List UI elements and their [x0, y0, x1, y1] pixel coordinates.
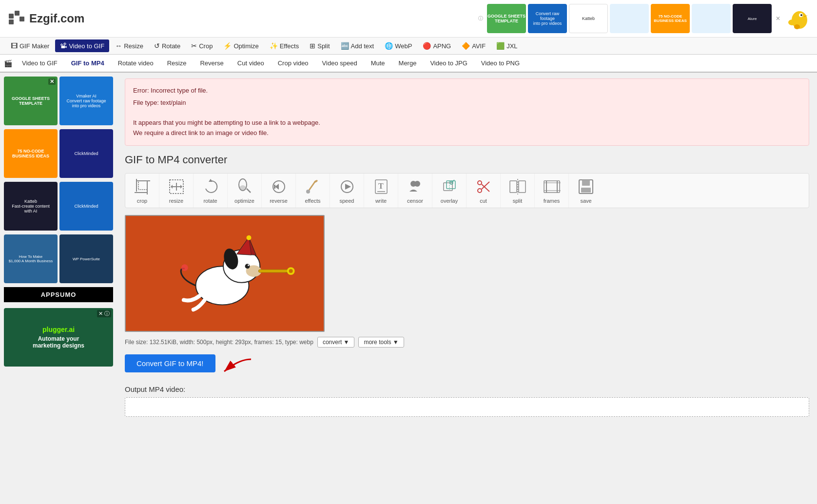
subnav-cut-video[interactable]: Cut video	[231, 55, 271, 73]
tool-speed[interactable]: speed	[330, 174, 364, 208]
svg-point-42	[478, 189, 482, 193]
crop-icon: ✂	[191, 42, 197, 50]
tool-save-label: save	[580, 198, 591, 204]
tool-speed-icon	[338, 177, 356, 196]
sub-nav: 🎬 Video to GIF GIF to MP4 Rotate video R…	[0, 55, 817, 73]
tool-save[interactable]: save	[569, 174, 603, 208]
nav-item-effects[interactable]: ✨ Effects	[265, 39, 304, 52]
ad-close-plugger[interactable]: ✕ ⓘ	[97, 310, 111, 317]
svg-point-63	[248, 265, 249, 266]
sidebar-ad-google-sheets: GOOGLE SHEETSTEMPLATE ✕	[4, 77, 58, 125]
tool-optimize-label: optimize	[234, 198, 254, 204]
bird-mascot-icon	[782, 5, 809, 32]
tool-crop-label: crop	[137, 198, 147, 204]
svg-rect-3	[19, 17, 24, 21]
tool-split-icon	[508, 177, 527, 196]
error-box: Error: Incorrect type of file. File type…	[125, 78, 809, 146]
sidebar-ad-clickminded2: ClickMinded	[59, 182, 113, 231]
tool-save-icon	[577, 177, 595, 196]
page-title: GIF to MP4 converter	[125, 154, 809, 166]
subnav-merge[interactable]: Merge	[392, 55, 424, 73]
sidebar-ad-row-4: How To Make$1,000 A Month Business WP Po…	[4, 234, 113, 283]
svg-point-8	[800, 14, 802, 16]
svg-point-66	[289, 269, 293, 273]
logo-text: Ezgif.com	[29, 12, 84, 25]
sidebar-ad-wpowersuite: WP PowerSuite	[59, 234, 113, 283]
nav-item-split[interactable]: ⊞ Split	[305, 39, 334, 52]
tool-reverse[interactable]: reverse	[262, 174, 296, 208]
tool-crop-icon	[133, 177, 152, 196]
subnav-gif-to-mp4[interactable]: GIF to MP4	[64, 55, 111, 73]
tool-write-label: write	[375, 198, 387, 204]
tool-frames-icon	[543, 177, 561, 196]
tool-frames-label: frames	[544, 198, 560, 204]
banner-ad-3: Katteb	[569, 4, 608, 33]
convert-dropdown-button[interactable]: convert ▼	[317, 337, 355, 348]
nav-item-rotate[interactable]: ↺ Rotate	[149, 39, 185, 52]
banner-ads: ⓘ GOOGLE SHEETSTEMPLATE Convert raw foot…	[478, 4, 809, 33]
tool-overlay[interactable]: overlay	[432, 174, 467, 208]
tool-write-icon: T	[372, 177, 390, 196]
nav-item-video-to-gif[interactable]: 📽 Video to GIF	[55, 39, 109, 52]
tool-rotate[interactable]: rotate	[194, 174, 228, 208]
subnav-resize[interactable]: Resize	[160, 55, 194, 73]
more-tools-button[interactable]: more tools ▼	[358, 337, 404, 348]
svg-rect-13	[138, 181, 147, 190]
tool-resize[interactable]: resize	[159, 174, 194, 208]
logo[interactable]: Ezgif.com	[8, 10, 84, 27]
subnav-rotate-video[interactable]: Rotate video	[111, 55, 160, 73]
banner-ad-1: GOOGLE SHEETSTEMPLATE	[487, 4, 526, 33]
tool-optimize[interactable]: optimize	[228, 174, 262, 208]
svg-marker-31	[345, 184, 351, 190]
banner-ad-7: Alure	[733, 4, 772, 33]
tool-reverse-label: reverse	[270, 198, 288, 204]
svg-rect-26	[274, 185, 275, 189]
gif-preview-container	[125, 215, 809, 332]
tool-write[interactable]: T write	[364, 174, 398, 208]
nav-item-add-text[interactable]: 🔤 Add text	[336, 39, 379, 52]
subnav-video-to-gif[interactable]: Video to GIF	[15, 55, 64, 73]
subnav-video-to-jpg[interactable]: Video to JPG	[423, 55, 474, 73]
svg-rect-56	[581, 188, 591, 193]
banner-ad-4	[610, 4, 649, 33]
sidebar-ads: GOOGLE SHEETSTEMPLATE ✕ Vmaker AIConvert…	[0, 73, 117, 504]
banner-ad-5: 75 NO-CODEBUSINESS IDEAS	[651, 4, 690, 33]
svg-rect-55	[582, 180, 590, 186]
tool-effects[interactable]: effects	[296, 174, 330, 208]
tool-cut[interactable]: cut	[467, 174, 501, 208]
gif-image	[126, 215, 324, 332]
svg-marker-25	[275, 184, 279, 190]
subnav-crop-video[interactable]: Crop video	[271, 55, 315, 73]
appsumo-bar[interactable]: APPSUMO	[4, 287, 113, 302]
nav-item-optimize[interactable]: ⚡ Optimize	[218, 39, 263, 52]
tool-censor[interactable]: censor	[398, 174, 432, 208]
sidebar-ad-nocode: 75 NO-CODEBUSINESS IDEAS	[4, 129, 58, 178]
tool-cut-label: cut	[480, 198, 487, 204]
banner-ad-6	[692, 4, 731, 33]
page-layout: GOOGLE SHEETSTEMPLATE ✕ Vmaker AIConvert…	[0, 73, 817, 504]
subnav-reverse[interactable]: Reverse	[193, 55, 230, 73]
nav-item-crop[interactable]: ✂ Crop	[186, 39, 217, 52]
subnav-mute[interactable]: Mute	[364, 55, 392, 73]
nav-item-avif[interactable]: 🔶 AVIF	[457, 39, 490, 52]
banner-close-button[interactable]: ✕	[776, 15, 780, 22]
nav-item-apng[interactable]: 🔴 APNG	[418, 39, 456, 52]
nav-item-jxl[interactable]: 🟩 JXL	[491, 39, 522, 52]
tool-effects-label: effects	[305, 198, 320, 204]
main-nav: 🎞 GIF Maker 📽 Video to GIF ↔ Resize ↺ Ro…	[0, 38, 817, 55]
nav-item-webp[interactable]: 🌐 WebP	[380, 39, 417, 52]
tool-frames[interactable]: frames	[535, 174, 569, 208]
error-line4: We require a direct link to an image or …	[133, 128, 801, 138]
nav-item-resize[interactable]: ↔ Resize	[110, 39, 148, 52]
top-banner: Ezgif.com ⓘ GOOGLE SHEETSTEMPLATE Conver…	[0, 0, 817, 38]
subnav-video-speed[interactable]: Video speed	[315, 55, 364, 73]
tool-crop[interactable]: crop	[125, 174, 159, 208]
subnav-video-to-png[interactable]: Video to PNG	[474, 55, 526, 73]
svg-rect-1	[15, 11, 19, 16]
error-line2: File type: text/plain	[133, 98, 801, 108]
tool-split[interactable]: split	[501, 174, 535, 208]
ad-close-1[interactable]: ✕	[48, 78, 56, 85]
tool-effects-icon	[304, 177, 322, 196]
nav-item-gif-maker[interactable]: 🎞 GIF Maker	[6, 39, 54, 52]
convert-gif-to-mp4-button[interactable]: Convert GIF to MP4!	[125, 354, 215, 372]
